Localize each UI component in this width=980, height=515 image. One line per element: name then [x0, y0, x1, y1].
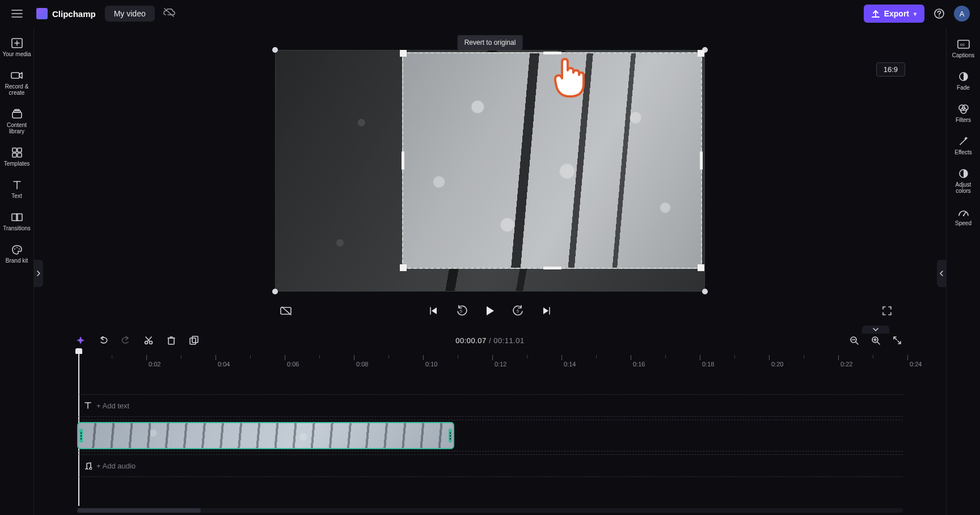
clip-trim-right[interactable]	[449, 429, 452, 442]
sidebar-item-templates[interactable]: Templates	[0, 141, 33, 174]
rightbar-item-effects[interactable]: Effects	[947, 130, 980, 162]
crop-region[interactable]	[402, 52, 702, 269]
sidebar-item-transitions[interactable]: Transitions	[0, 206, 33, 238]
zoom-in-button[interactable]	[870, 335, 881, 346]
clip-trim-left[interactable]	[79, 429, 83, 442]
adjust-colors-icon	[958, 168, 969, 179]
ruler-label: 0:12	[495, 361, 506, 368]
svg-rect-40	[168, 338, 174, 344]
fullscreen-button[interactable]	[879, 303, 895, 319]
aspect-ratio-button[interactable]: 16:9	[876, 62, 905, 77]
duplicate-button[interactable]	[188, 335, 200, 346]
undo-button[interactable]	[98, 335, 109, 346]
sidebar-item-label: Your media	[2, 51, 31, 57]
right-panel-toggle[interactable]	[937, 260, 946, 287]
sidebar-item-your-media[interactable]: Your media	[0, 32, 33, 64]
preview-canvas[interactable]	[275, 50, 705, 292]
app-logo[interactable]: Clipchamp	[36, 8, 96, 19]
outer-handle-bl[interactable]	[272, 289, 278, 294]
svg-point-7	[939, 16, 940, 17]
ruler-label: 0:08	[356, 361, 368, 368]
rightbar-item-captions[interactable]: cc Captions	[947, 33, 980, 65]
seek-forward-button[interactable]: 5	[510, 303, 526, 319]
hide-canvas-ui-button[interactable]	[278, 303, 294, 319]
svg-rect-15	[15, 109, 19, 111]
svg-point-25	[16, 247, 18, 248]
play-button[interactable]	[482, 303, 498, 319]
filters-icon	[958, 103, 969, 115]
video-clip[interactable]	[77, 422, 454, 449]
sidebar-item-content-library[interactable]: Content library	[0, 103, 33, 141]
crop-handle-right[interactable]	[700, 151, 703, 170]
playback-controls: 5 5	[34, 299, 946, 322]
svg-line-46	[856, 342, 858, 344]
ruler-tick	[492, 355, 493, 360]
user-avatar[interactable]: A	[954, 6, 970, 22]
rightbar-item-adjust-colors[interactable]: Adjust colors	[947, 162, 980, 201]
cloud-sync-off-icon[interactable]	[163, 7, 175, 20]
seek-back-button[interactable]: 5	[454, 303, 470, 319]
ruler-label: 0:10	[425, 361, 437, 368]
svg-text:cc: cc	[960, 42, 965, 47]
svg-rect-43	[190, 338, 196, 344]
rightbar-item-label: Captions	[952, 52, 974, 58]
crop-handle-tl[interactable]	[400, 50, 407, 57]
outer-handle-br[interactable]	[702, 289, 708, 294]
zoom-fit-button[interactable]	[892, 335, 903, 346]
sidebar-item-label: Record & create	[5, 83, 29, 96]
rightbar-item-fade[interactable]: Fade	[947, 65, 980, 98]
svg-rect-19	[18, 153, 22, 157]
svg-text:5: 5	[517, 309, 519, 313]
speed-icon	[958, 206, 969, 218]
ruler-tick-minor	[665, 355, 666, 358]
rightbar-item-speed[interactable]: Speed	[947, 201, 980, 233]
crop-handle-br[interactable]	[698, 264, 704, 271]
split-button[interactable]	[143, 335, 154, 346]
timeline-collapse-button[interactable]	[862, 326, 889, 334]
center-area: Revert to original 16:9	[34, 27, 946, 515]
crop-handle-bl[interactable]	[400, 264, 407, 271]
zoom-out-button[interactable]	[848, 335, 860, 346]
crop-handle-bottom[interactable]	[543, 267, 561, 269]
crop-handle-left[interactable]	[402, 151, 404, 170]
add-text-track[interactable]: + Add text	[77, 396, 903, 415]
seek-end-button[interactable]	[539, 303, 555, 319]
export-button[interactable]: Export ▾	[864, 5, 924, 23]
crop-handle-tr[interactable]	[698, 50, 704, 57]
ruler-tick	[769, 355, 770, 360]
help-button[interactable]	[930, 5, 948, 23]
ruler-label: 0:20	[771, 361, 783, 368]
project-title[interactable]: My video	[105, 6, 155, 22]
sidebar-item-record-create[interactable]: Record & create	[0, 64, 33, 103]
palette-icon	[11, 244, 23, 255]
menu-button[interactable]	[0, 0, 34, 27]
add-audio-track[interactable]: + Add audio	[77, 456, 903, 475]
sidebar-item-brand-kit[interactable]: Brand kit	[0, 238, 33, 271]
rightbar-item-filters[interactable]: Filters	[947, 98, 980, 130]
ruler-tick-minor	[596, 355, 597, 358]
chevron-down-icon: ▾	[914, 11, 916, 17]
ruler-tick	[285, 355, 285, 360]
seek-start-button[interactable]	[425, 303, 441, 319]
ruler-tick	[216, 355, 216, 360]
plus-box-icon	[11, 37, 23, 49]
outer-handle-tl[interactable]	[272, 47, 278, 53]
ruler-label: 0:06	[287, 361, 299, 368]
ruler-tick-minor	[804, 355, 804, 358]
sidebar-item-text[interactable]: Text	[0, 174, 33, 206]
svg-rect-44	[192, 336, 198, 343]
tooltip-revert: Revert to original	[458, 35, 523, 50]
svg-line-28	[282, 307, 291, 315]
ruler-tick-minor	[181, 355, 181, 358]
timeline-scrollbar[interactable]	[77, 508, 903, 513]
timeline-ruler[interactable]: 0:020:040:060:080:100:120:140:160:180:20…	[34, 354, 946, 370]
svg-line-53	[898, 341, 900, 343]
scrollbar-thumb[interactable]	[77, 508, 201, 513]
redo-button[interactable]	[120, 335, 132, 346]
rightbar-item-label: Filters	[956, 117, 971, 123]
topbar: Clipchamp My video Export ▾ A	[0, 0, 980, 27]
crop-handle-top[interactable]	[543, 52, 561, 54]
delete-button[interactable]	[166, 335, 177, 346]
ruler-tick	[700, 355, 700, 360]
auto-compose-button[interactable]	[75, 335, 86, 346]
